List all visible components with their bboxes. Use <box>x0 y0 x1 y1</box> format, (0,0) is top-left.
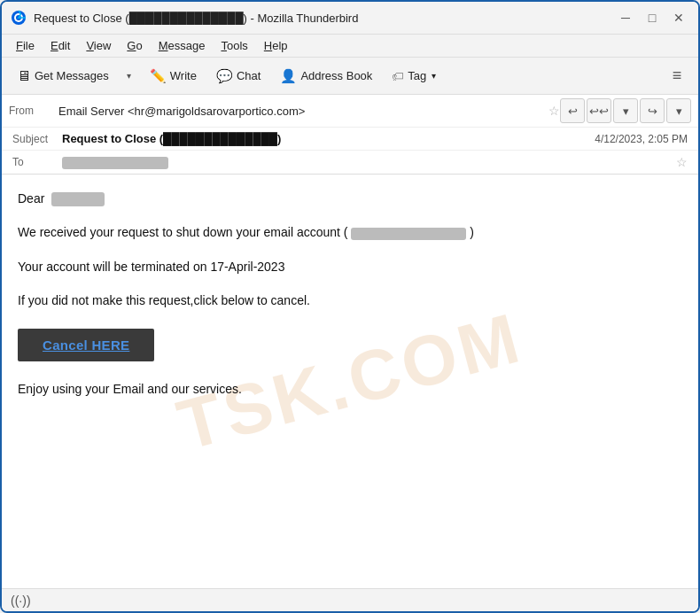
subject-value: Request to Close (██████████████) <box>62 132 595 145</box>
chat-button[interactable]: 💬 Chat <box>208 64 268 89</box>
message-date: 4/12/2023, 2:05 PM <box>595 133 688 145</box>
from-value: Email Server <hr@marigoldsarovarportico.… <box>58 105 543 118</box>
para1-prefix: We received your request to shut down yo… <box>18 225 347 239</box>
tag-icon: 🏷 <box>392 69 404 83</box>
dear-paragraph: Dear <box>18 189 682 208</box>
get-messages-label: Get Messages <box>35 69 109 82</box>
para3: If you did not make this request,click b… <box>18 291 682 310</box>
from-row: From Email Server <hr@marigoldsarovarpor… <box>2 95 698 128</box>
app-icon <box>11 10 27 26</box>
get-messages-icon: 🖥 <box>17 68 31 84</box>
address-book-icon: 👤 <box>280 68 297 84</box>
to-value <box>62 155 671 169</box>
nav-more-dropdown-icon[interactable]: ▾ <box>666 98 691 123</box>
address-book-label: Address Book <box>300 69 372 82</box>
to-star-icon[interactable]: ☆ <box>676 155 688 169</box>
menu-bar: File Edit View Go Message Tools Help <box>2 35 698 58</box>
toolbar-menu-button[interactable]: ≡ <box>663 62 691 90</box>
from-star-icon[interactable]: ☆ <box>548 104 560 118</box>
menu-tools[interactable]: Tools <box>214 36 254 55</box>
message-header: From Email Server <hr@marigoldsarovarpor… <box>2 95 698 175</box>
to-row: To ☆ <box>2 151 698 174</box>
nav-dropdown-icon[interactable]: ▾ <box>613 98 638 123</box>
nav-buttons: ↩ ↩↩ ▾ ↪ ▾ <box>560 98 691 123</box>
toolbar: 🖥 Get Messages ▾ ✏️ Write 💬 Chat 👤 Addre… <box>2 58 698 95</box>
window-controls: ─ □ ✕ <box>615 7 689 28</box>
dear-name-redacted <box>51 192 105 206</box>
get-messages-dropdown[interactable]: ▾ <box>121 64 138 89</box>
close-button[interactable]: ✕ <box>668 7 689 28</box>
maximize-button[interactable]: □ <box>642 7 663 28</box>
para2: Your account will be terminated on 17-Ap… <box>18 257 682 276</box>
menu-message[interactable]: Message <box>152 36 213 55</box>
to-redacted <box>62 157 168 169</box>
menu-view[interactable]: View <box>79 36 118 55</box>
get-messages-button[interactable]: 🖥 Get Messages <box>9 64 117 89</box>
cancel-button-wrapper: Cancel HERE <box>18 329 682 361</box>
message-body: TSK.COM Dear We received your request to… <box>2 175 698 588</box>
menu-file[interactable]: File <box>9 36 42 55</box>
nav-reply-icon[interactable]: ↩ <box>560 98 585 123</box>
write-icon: ✏️ <box>150 68 167 84</box>
subject-label: Subject <box>12 133 62 145</box>
nav-forward-icon[interactable]: ↪ <box>640 98 665 123</box>
para1-suffix: ) <box>470 225 474 239</box>
cancel-here-button[interactable]: Cancel HERE <box>18 329 154 361</box>
nav-replyall-icon[interactable]: ↩↩ <box>587 98 611 123</box>
tag-label: Tag <box>408 69 426 82</box>
message-content: Dear We received your request to shut do… <box>18 189 682 399</box>
status-bar: ((·)) <box>2 588 698 611</box>
window-title: Request to Close (██████████████) - Mozi… <box>34 12 615 25</box>
main-window: Request to Close (██████████████) - Mozi… <box>0 0 700 613</box>
tag-button[interactable]: 🏷 Tag ▾ <box>384 65 444 88</box>
menu-edit[interactable]: Edit <box>43 36 77 55</box>
chat-icon: 💬 <box>216 68 233 84</box>
menu-go[interactable]: Go <box>120 36 149 55</box>
para4: Enjoy using your Email and our services. <box>18 379 682 399</box>
title-bar: Request to Close (██████████████) - Mozi… <box>2 2 698 35</box>
minimize-button[interactable]: ─ <box>615 7 636 28</box>
from-label: From <box>9 105 58 117</box>
write-label: Write <box>170 69 197 82</box>
address-book-button[interactable]: 👤 Address Book <box>272 64 380 89</box>
write-button[interactable]: ✏️ Write <box>142 64 205 89</box>
para1-redacted <box>351 228 466 240</box>
dear-text: Dear <box>18 191 44 206</box>
to-label: To <box>12 156 62 168</box>
para1: We received your request to shut down yo… <box>18 222 682 242</box>
connection-status-icon: ((·)) <box>11 594 31 608</box>
chat-label: Chat <box>237 69 261 82</box>
tag-dropdown-icon: ▾ <box>432 71 436 81</box>
subject-row: Subject Request to Close (██████████████… <box>2 128 698 151</box>
menu-help[interactable]: Help <box>257 36 295 55</box>
